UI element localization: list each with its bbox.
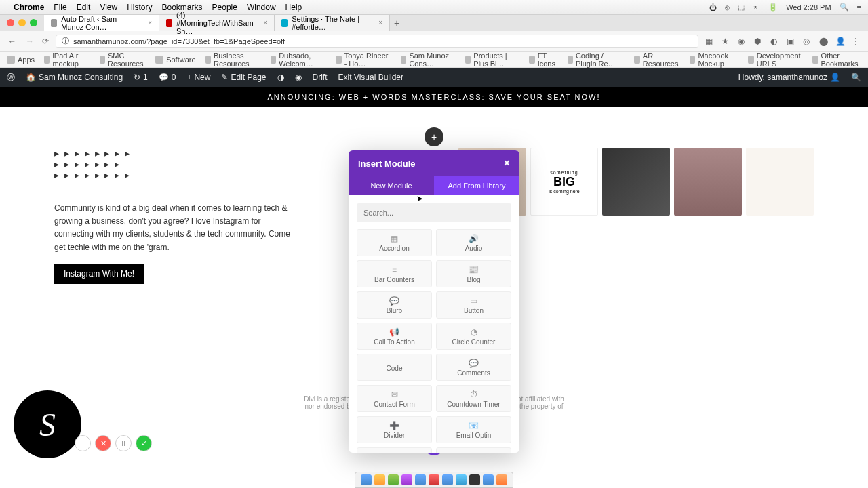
rec-pause-button[interactable]: ⏸ — [115, 435, 132, 451]
forward-button[interactable]: → — [24, 37, 35, 46]
browser-tab[interactable]: Settings · The Nate | #effortle…× — [275, 15, 390, 30]
dock-app-icon[interactable] — [483, 474, 494, 485]
extension-icon[interactable]: ◎ — [803, 37, 812, 46]
extension-icon[interactable]: ◉ — [738, 37, 747, 46]
module-countdown-timer[interactable]: ⏱Countdown Timer — [436, 385, 511, 412]
bookmark-item[interactable]: SMC Resources — [100, 52, 146, 68]
dock-app-icon[interactable] — [415, 474, 426, 485]
dock-app-icon[interactable] — [496, 474, 507, 485]
dock-app-icon[interactable] — [388, 474, 399, 485]
bookmark-item[interactable]: Apps — [7, 56, 35, 64]
dock-app-icon[interactable] — [469, 474, 480, 485]
wp-updates[interactable]: ↻ 1 — [134, 73, 148, 82]
status-icon[interactable]: ⎋ — [725, 3, 730, 12]
bookmark-item[interactable]: Other Bookmarks — [812, 52, 861, 68]
window-minimize[interactable] — [18, 19, 26, 26]
tab-new-module[interactable]: New Module — [349, 176, 434, 195]
window-zoom[interactable] — [30, 19, 37, 26]
module-filterable-portfolio[interactable]: ▦Filterable Portfolio — [357, 447, 432, 453]
module-comments[interactable]: 💬Comments — [436, 354, 511, 381]
module-accordion[interactable]: ▦Accordion — [357, 229, 432, 256]
tab-close-icon[interactable]: × — [148, 19, 152, 26]
bookmark-item[interactable]: Sam Munoz Cons… — [401, 52, 456, 68]
module-divider[interactable]: ➕Divider — [357, 416, 432, 443]
bookmark-item[interactable]: Business Resources — [205, 52, 261, 68]
rec-button[interactable]: ⋯ — [75, 435, 91, 451]
menu-edit[interactable]: Edit — [77, 3, 91, 12]
dock-app-icon[interactable] — [361, 474, 372, 485]
dock-app-icon[interactable] — [401, 474, 412, 485]
clock[interactable]: Wed 2:28 PM — [786, 3, 831, 12]
spotlight-icon[interactable]: 🔍 — [840, 3, 849, 12]
extension-icon[interactable]: ◐ — [770, 37, 780, 46]
extension-icon[interactable]: ★ — [722, 37, 731, 46]
wp-edit-page[interactable]: ✎ Edit Page — [221, 73, 266, 82]
bookmark-item[interactable]: Coding / Plugin Re… — [568, 52, 625, 68]
bookmark-item[interactable]: Tonya Rineer - Ho… — [336, 52, 391, 68]
close-icon[interactable]: × — [504, 157, 510, 169]
wp-plugin-icon[interactable]: ◉ — [295, 73, 302, 82]
tab-add-from-library[interactable]: Add From Library — [434, 176, 519, 195]
rec-confirm-button[interactable]: ✓ — [136, 435, 152, 451]
status-icon[interactable]: ⬚ — [738, 3, 745, 12]
module-email-optin[interactable]: 📧Email Optin — [436, 416, 511, 443]
tab-close-icon[interactable]: × — [378, 19, 382, 26]
notification-center-icon[interactable]: ≡ — [857, 3, 861, 12]
bookmark-item[interactable]: Dubsado, Welcom… — [271, 52, 326, 68]
status-icon[interactable]: ⏻ — [709, 3, 717, 12]
app-name[interactable]: Chrome — [14, 3, 44, 12]
back-button[interactable]: ← — [7, 37, 18, 46]
tab-close-icon[interactable]: × — [263, 19, 267, 26]
extension-icon[interactable]: ▦ — [705, 37, 715, 46]
menu-help[interactable]: Help — [285, 3, 302, 12]
menu-view[interactable]: View — [100, 3, 117, 12]
module-call-to-action[interactable]: 📢Call To Action — [357, 323, 432, 350]
bookmark-item[interactable]: iPad Air mockup — [44, 52, 90, 68]
menu-icon[interactable]: ⋮ — [852, 37, 861, 46]
module-code[interactable]: Code — [357, 354, 432, 381]
extension-icon[interactable]: ▣ — [787, 37, 796, 46]
new-tab-button[interactable]: + — [390, 18, 403, 28]
dock-app-icon[interactable] — [374, 474, 385, 485]
dock-app-icon[interactable] — [456, 474, 467, 485]
module-button[interactable]: ▭Button — [436, 291, 511, 319]
menu-history[interactable]: History — [127, 3, 152, 12]
module-bar-counters[interactable]: ≡Bar Counters — [357, 260, 432, 287]
bookmark-item[interactable]: AR Resources — [634, 52, 681, 68]
wifi-icon[interactable]: ᯤ — [753, 3, 760, 12]
extension-icon[interactable]: ⬢ — [754, 37, 764, 46]
browser-tab[interactable]: Auto Draft ‹ Sam Munoz Con…× — [44, 15, 159, 30]
menu-file[interactable]: File — [54, 3, 66, 12]
module-gallery[interactable]: ▦Gallery — [436, 447, 511, 453]
wp-new[interactable]: + New — [186, 73, 210, 82]
module-circle-counter[interactable]: ◔Circle Counter — [436, 323, 511, 350]
bookmark-item[interactable]: FT Icons — [529, 52, 557, 68]
bookmark-item[interactable]: Software — [155, 56, 195, 64]
module-blog[interactable]: 📰Blog — [436, 260, 511, 287]
wp-drift[interactable]: Drift — [313, 73, 328, 82]
module-search-input[interactable] — [357, 203, 511, 222]
browser-tab[interactable]: (4) #MorningTechWithSam Sh…× — [159, 15, 275, 30]
extension-icon[interactable]: ⬤ — [819, 37, 829, 46]
wp-exit-builder[interactable]: Exit Visual Builder — [338, 73, 404, 82]
instagram-button[interactable]: Instagram With Me! — [54, 264, 144, 284]
wp-plugin-icon[interactable]: ◑ — [277, 73, 284, 82]
wp-comments[interactable]: 💬 0 — [159, 73, 176, 82]
url-input[interactable]: ⓘsamanthamunoz.com/?page_id=7330&et_fb=1… — [56, 35, 698, 48]
dock-app-icon[interactable] — [442, 474, 453, 485]
rec-stop-button[interactable]: ✕ — [95, 435, 111, 451]
reload-button[interactable]: ⟳ — [42, 37, 49, 46]
bookmark-item[interactable]: Development URLS — [748, 52, 803, 68]
module-audio[interactable]: 🔊Audio — [436, 229, 511, 256]
avatar-icon[interactable]: 👤 — [835, 37, 845, 46]
bookmark-item[interactable]: Macbook Mockup — [690, 52, 738, 68]
wp-howdy[interactable]: Howdy, samanthamunoz 👤 — [738, 73, 840, 82]
battery-icon[interactable]: 🔋 — [768, 3, 778, 12]
module-blurb[interactable]: 💬Blurb — [357, 291, 432, 319]
module-contact-form[interactable]: ✉Contact Form — [357, 385, 432, 412]
bookmark-item[interactable]: Products | Pius Bl… — [465, 52, 519, 68]
add-module-handle[interactable]: + — [425, 127, 443, 146]
wp-search-icon[interactable]: 🔍 — [851, 73, 861, 82]
announcement-bar[interactable]: ANNOUNCING: WEB + WORDS MASTERCLASS: SAV… — [0, 87, 868, 107]
wp-logo-icon[interactable]: ⓦ — [7, 72, 15, 83]
